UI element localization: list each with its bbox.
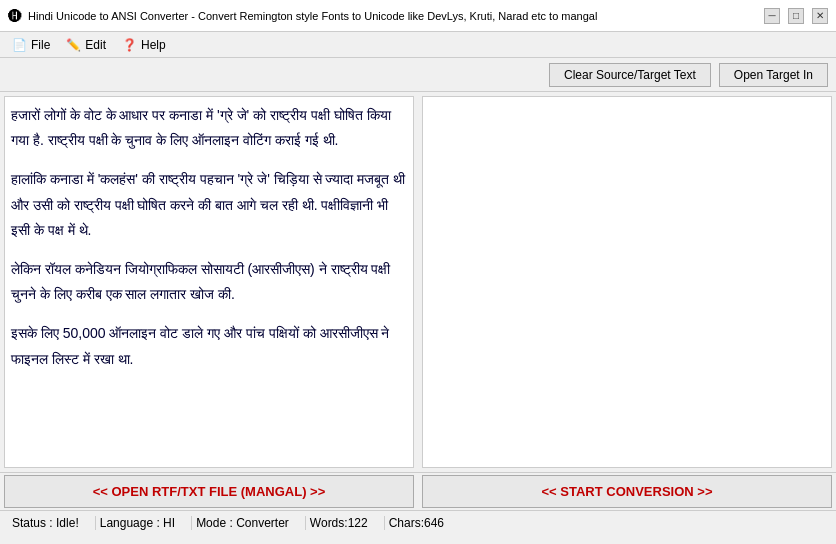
bottom-buttons: << OPEN RTF/TXT FILE (MANGAL) >> << STAR… (0, 472, 836, 510)
window-title: Hindi Unicode to ANSI Converter - Conver… (28, 10, 597, 22)
start-conversion-button[interactable]: << START CONVERSION >> (422, 475, 832, 508)
help-menu-label: Help (141, 38, 166, 52)
source-paragraph: लेकिन रॉयल कनेडियन जियोग्राफिकल सोसायटी … (11, 257, 407, 307)
words-label: Words:122 (310, 516, 368, 530)
open-target-button[interactable]: Open Target In (719, 63, 828, 87)
edit-menu[interactable]: ✏️ Edit (58, 36, 114, 54)
source-text-panel[interactable]: हजारों लोगों के वोट के आधार पर कनाडा में… (4, 96, 414, 468)
minimize-button[interactable]: ─ (764, 8, 780, 24)
status-value: Idle! (56, 516, 79, 530)
chars-label: Chars:646 (389, 516, 444, 530)
close-button[interactable]: ✕ (812, 8, 828, 24)
source-paragraph: हजारों लोगों के वोट के आधार पर कनाडा में… (11, 103, 407, 153)
status-section: Status : Idle! (8, 516, 96, 530)
window-controls: ─ □ ✕ (764, 8, 828, 24)
main-area: हजारों लोगों के वोट के आधार पर कनाडा में… (0, 92, 836, 472)
words-section: Words:122 (306, 516, 385, 530)
help-menu[interactable]: ❓ Help (114, 36, 174, 54)
status-bar: Status : Idle! Language : HI Mode : Conv… (0, 510, 836, 534)
open-rtf-button[interactable]: << OPEN RTF/TXT FILE (MANGAL) >> (4, 475, 414, 508)
source-paragraph: हालांकि कनाडा में 'कलहंस' की राष्ट्रीय प… (11, 167, 407, 243)
file-menu[interactable]: 📄 File (4, 36, 58, 54)
file-icon: 📄 (12, 38, 27, 52)
edit-icon: ✏️ (66, 38, 81, 52)
source-paragraph: इसके लिए 50,000 ऑनलाइन वोट डाले गए और पा… (11, 321, 407, 371)
chars-section: Chars:646 (385, 516, 460, 530)
language-label: Language : HI (100, 516, 175, 530)
mode-label: Mode : Converter (196, 516, 289, 530)
clear-button[interactable]: Clear Source/Target Text (549, 63, 711, 87)
mode-section: Mode : Converter (192, 516, 306, 530)
maximize-button[interactable]: □ (788, 8, 804, 24)
language-section: Language : HI (96, 516, 192, 530)
file-menu-label: File (31, 38, 50, 52)
toolbar: Clear Source/Target Text Open Target In (0, 58, 836, 92)
status-label: Status : (12, 516, 53, 530)
target-text-panel[interactable] (422, 96, 832, 468)
help-icon: ❓ (122, 38, 137, 52)
title-bar: 🅗 Hindi Unicode to ANSI Converter - Conv… (0, 0, 836, 32)
menu-bar: 📄 File ✏️ Edit ❓ Help (0, 32, 836, 58)
edit-menu-label: Edit (85, 38, 106, 52)
